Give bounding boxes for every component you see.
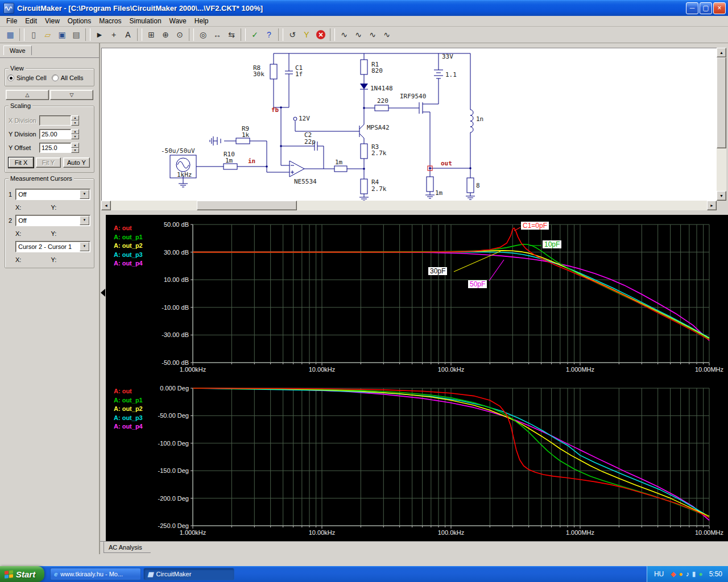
circuit-schematic[interactable]: R830kC11fR182033V1.11N4148220IRF954012VM…: [102, 48, 717, 201]
trace-legend-item[interactable]: A: out_p3: [114, 414, 143, 423]
scroll-up-icon[interactable]: ▲: [717, 48, 726, 57]
scroll-left-icon[interactable]: ◄: [101, 201, 111, 210]
waveform-2-icon[interactable]: ∿: [351, 28, 365, 41]
trace-legend-item[interactable]: A: out_p1: [114, 396, 143, 405]
x-division-input[interactable]: [39, 115, 71, 126]
run-simulation-icon[interactable]: ✓: [248, 28, 262, 41]
scroll-right-icon[interactable]: ►: [707, 201, 717, 210]
task-button-circuitmaker[interactable]: ▦CircuitMaker: [143, 568, 234, 580]
probe-icon[interactable]: Y: [300, 28, 313, 41]
fit-x-button[interactable]: Fit X: [9, 157, 34, 168]
trace-legend-item[interactable]: A: out_p4: [114, 422, 143, 431]
trace-legend-item[interactable]: A: out: [114, 224, 143, 233]
schematic-vertical-scrollbar[interactable]: ▲ ▼: [717, 48, 726, 201]
radio-single-cell[interactable]: Single Cell: [7, 74, 47, 81]
trace-legend-item[interactable]: A: out: [114, 387, 143, 396]
y-offset-spin-down-icon[interactable]: ▼: [71, 148, 79, 153]
bode-plots[interactable]: 50.00 dB30.00 dB10.00 dB-10.00 dB-30.00 …: [106, 215, 728, 541]
chevron-down-icon[interactable]: ▼: [80, 190, 89, 199]
menu-options[interactable]: Options: [64, 16, 95, 26]
trace-legend-item[interactable]: A: out_p3: [114, 251, 143, 260]
waveform-panel[interactable]: 50.00 dB30.00 dB10.00 dB-10.00 dB-30.00 …: [106, 215, 728, 541]
pane-splitter[interactable]: [100, 210, 106, 541]
y-offset-input[interactable]: [39, 143, 71, 153]
horizontal-scroll-thumb[interactable]: [197, 201, 297, 210]
tray-messenger-icon[interactable]: ●: [698, 570, 702, 578]
tab-ac-analysis[interactable]: AC Analysis: [104, 542, 151, 553]
menu-simulation[interactable]: Simulation: [126, 16, 166, 26]
trace-legend-item[interactable]: A: out_p4: [114, 259, 143, 268]
tray-update-icon[interactable]: ●: [679, 570, 683, 578]
chevron-down-icon[interactable]: ▼: [80, 216, 89, 225]
reset-icon[interactable]: ↺: [286, 28, 299, 41]
component-label: 30k: [253, 70, 264, 78]
cursor2-value: Off: [16, 217, 80, 224]
tray-shield-icon[interactable]: ◆: [671, 570, 676, 578]
stop-icon[interactable]: ×: [316, 30, 326, 40]
print-icon[interactable]: ▤: [69, 28, 83, 41]
text-tool-icon[interactable]: A: [121, 28, 135, 41]
find-part-icon[interactable]: ◎: [196, 28, 210, 41]
y-division-spin-up-icon[interactable]: ▲: [71, 129, 79, 134]
y-offset-label: Y Offset: [9, 144, 39, 151]
open-folder-icon[interactable]: ▱: [41, 28, 55, 41]
menu-wave[interactable]: Wave: [166, 16, 191, 26]
menu-edit[interactable]: Edit: [21, 16, 41, 26]
waveform-1-icon[interactable]: ∿: [337, 28, 351, 41]
task-icon: ▦: [147, 571, 153, 578]
scroll-down-icon[interactable]: ▼: [717, 191, 726, 201]
menu-help[interactable]: Help: [191, 16, 213, 26]
collapse-pane-icon[interactable]: [101, 289, 105, 297]
close-button[interactable]: ×: [713, 2, 726, 14]
task-button-www-tkiraaly-hu-mo-[interactable]: ewww.tkiraaly.hu - Mo...: [50, 568, 141, 580]
cursor2-x-label: X:: [15, 230, 21, 237]
zoom-window-icon[interactable]: ⊞: [144, 28, 158, 41]
y-division-input[interactable]: [39, 129, 71, 139]
component-label: 1m: [435, 189, 443, 197]
fit-to-page-icon[interactable]: ↔: [210, 28, 224, 41]
title-bar[interactable]: CircuitMaker - [C:\Program Files\Circuit…: [0, 0, 728, 16]
schematic-horizontal-scrollbar[interactable]: ◄ ►: [101, 201, 717, 210]
x-division-spin-down-icon[interactable]: ▼: [71, 120, 79, 126]
cell-down-button[interactable]: ▽: [50, 90, 93, 100]
x-division-spin-up-icon[interactable]: ▲: [71, 115, 79, 120]
tray-volume-icon[interactable]: ♪: [686, 570, 689, 578]
zoom-in-icon[interactable]: ⊕: [159, 28, 172, 41]
help-icon[interactable]: ?: [262, 28, 276, 41]
save-icon[interactable]: ▣: [55, 28, 69, 41]
start-button[interactable]: Start: [0, 566, 44, 582]
y-division-spin-down-icon[interactable]: ▼: [71, 134, 79, 139]
tab-wave[interactable]: Wave: [3, 45, 32, 55]
new-document-icon[interactable]: ▯: [27, 28, 40, 41]
menu-macros[interactable]: Macros: [95, 16, 125, 26]
tray-network-icon[interactable]: ▮: [692, 570, 696, 578]
waveform-4-icon[interactable]: ∿: [380, 28, 394, 41]
trace-legend-item[interactable]: A: out_p1: [114, 233, 143, 242]
minimize-button[interactable]: ─: [686, 2, 698, 14]
trace-legend-item[interactable]: A: out_p2: [114, 242, 143, 251]
radio-all-cells[interactable]: All Cells: [52, 74, 84, 81]
curve-annotation: C1=0pF: [521, 222, 549, 230]
cursor-diff-select[interactable]: Cursor 2 - Cursor 1 ▼: [15, 241, 90, 252]
board-icon[interactable]: ▦: [3, 28, 17, 41]
toolbar-separator: [330, 28, 335, 41]
zoom-out-icon[interactable]: ⊙: [173, 28, 187, 41]
waveform-3-icon[interactable]: ∿: [366, 28, 379, 41]
menu-view[interactable]: View: [41, 16, 64, 26]
schematic-viewport[interactable]: R830kC11fR182033V1.11N4148220IRF954012VM…: [101, 48, 717, 201]
auto-y-button[interactable]: Auto Y: [63, 157, 90, 168]
pan-icon[interactable]: ⇆: [225, 28, 238, 41]
toolbar-separator: [85, 28, 90, 41]
cursor2-select[interactable]: Off ▼: [15, 215, 90, 226]
chevron-down-icon[interactable]: ▼: [80, 242, 89, 251]
vertical-scroll-thumb[interactable]: [717, 57, 726, 148]
language-indicator[interactable]: HU: [654, 570, 664, 578]
select-arrow-icon[interactable]: ►: [93, 28, 106, 41]
add-part-icon[interactable]: +: [107, 28, 121, 41]
y-offset-spin-up-icon[interactable]: ▲: [71, 143, 79, 148]
maximize-button[interactable]: ▢: [700, 2, 712, 14]
cell-up-button[interactable]: △: [6, 90, 49, 100]
menu-file[interactable]: File: [2, 16, 21, 26]
trace-legend-item[interactable]: A: out_p2: [114, 405, 143, 414]
cursor1-select[interactable]: Off ▼: [15, 189, 90, 200]
